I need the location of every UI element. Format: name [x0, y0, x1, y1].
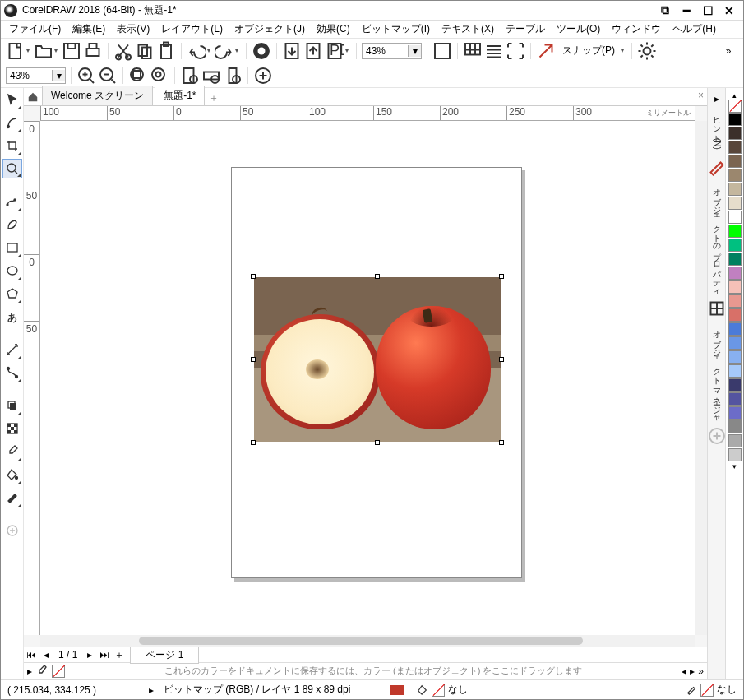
- status-color-icon[interactable]: [387, 680, 407, 700]
- selection-handle[interactable]: [499, 274, 504, 279]
- zoom-height-button[interactable]: [223, 66, 243, 86]
- launch-button[interactable]: [536, 41, 556, 61]
- palette-scroll-left[interactable]: ◂: [682, 665, 686, 677]
- snap-button[interactable]: スナップ(P): [557, 41, 620, 61]
- add-tab-button[interactable]: ＋: [206, 90, 221, 105]
- color-swatch[interactable]: [728, 406, 742, 420]
- ellipse-tool[interactable]: [2, 261, 22, 280]
- docker-prop-icon[interactable]: [707, 156, 727, 176]
- add-button[interactable]: [253, 66, 273, 86]
- text-tool[interactable]: あ: [2, 307, 22, 327]
- selection-handle[interactable]: [251, 440, 256, 445]
- publish-pdf-button[interactable]: PDF: [325, 41, 344, 61]
- zoom-dropdown[interactable]: ▾: [408, 45, 421, 57]
- baseline-grid-button[interactable]: [484, 41, 504, 61]
- zoom-page-button[interactable]: [180, 66, 200, 86]
- palette-up-icon[interactable]: ▴: [732, 91, 737, 100]
- ruler-vertical[interactable]: 050050: [24, 121, 40, 635]
- crop-tool[interactable]: [2, 136, 22, 155]
- close-button[interactable]: ✕: [719, 2, 740, 19]
- color-swatch[interactable]: [728, 280, 742, 294]
- dropshadow-tool[interactable]: [2, 396, 22, 415]
- cut-button[interactable]: [113, 41, 133, 61]
- zoom2-combo[interactable]: ▾: [6, 67, 66, 84]
- color-swatch[interactable]: [728, 420, 742, 433]
- ruler-horizontal[interactable]: 10050050100150200250300: [40, 106, 695, 121]
- zoom-tool[interactable]: [2, 159, 22, 178]
- color-swatch[interactable]: [728, 225, 742, 238]
- docker-expand-icon[interactable]: ▸: [714, 93, 719, 104]
- palette-eyedropper-icon[interactable]: [35, 665, 49, 678]
- copy-button[interactable]: [135, 41, 155, 61]
- shape-tool[interactable]: [2, 113, 22, 132]
- export-button[interactable]: [303, 41, 323, 61]
- palette-scroll-right[interactable]: ▸: [690, 665, 695, 677]
- docker-hints[interactable]: ヒント(N): [709, 108, 724, 153]
- status-fill[interactable]: なし: [417, 683, 468, 697]
- zoom-input[interactable]: [363, 45, 408, 57]
- zoom-selection-button[interactable]: [128, 66, 148, 86]
- color-swatch[interactable]: [728, 434, 742, 447]
- selection-handle[interactable]: [375, 274, 380, 279]
- selection-handle[interactable]: [499, 357, 504, 362]
- selection-handle[interactable]: [499, 440, 504, 445]
- minimize-button[interactable]: ━: [676, 2, 697, 19]
- undo-button[interactable]: [187, 41, 206, 61]
- color-swatch[interactable]: [728, 197, 742, 210]
- rectangle-tool[interactable]: [2, 238, 22, 257]
- docker-align-icon[interactable]: [707, 299, 727, 318]
- welcome-tab[interactable]: Welcome スクリーン: [42, 86, 153, 105]
- selection-handle[interactable]: [375, 440, 380, 445]
- menu-layout[interactable]: レイアウト(L): [156, 21, 228, 38]
- menu-help[interactable]: ヘルプ(H): [668, 21, 721, 38]
- color-swatch[interactable]: [728, 364, 742, 378]
- overflow-icon[interactable]: ⧉: [654, 2, 676, 19]
- selection-handle[interactable]: [251, 357, 256, 362]
- fullscreen-button[interactable]: [432, 41, 452, 61]
- color-swatch[interactable]: [728, 169, 742, 182]
- status-outline[interactable]: なし: [686, 683, 737, 697]
- menu-effect[interactable]: 効果(C): [312, 21, 355, 38]
- outline-tool[interactable]: [2, 488, 22, 508]
- transparency-tool[interactable]: [2, 419, 22, 438]
- color-swatch[interactable]: [728, 448, 742, 461]
- palette-none-swatch[interactable]: [728, 100, 742, 113]
- document-tab[interactable]: 無題-1*: [155, 86, 205, 105]
- new-button[interactable]: [6, 41, 25, 61]
- zoom-all-button[interactable]: [150, 66, 169, 86]
- color-swatch[interactable]: [728, 127, 742, 140]
- color-swatch[interactable]: [728, 253, 742, 266]
- color-swatch[interactable]: [728, 336, 742, 350]
- tabs-close-icon[interactable]: ×: [698, 90, 704, 101]
- grid-button[interactable]: [463, 41, 483, 61]
- bitmap-object[interactable]: [254, 277, 501, 442]
- menu-file[interactable]: ファイル(F): [4, 21, 66, 38]
- docker-properties[interactable]: オブジェクトのプロパティ: [709, 179, 724, 295]
- menu-table[interactable]: テーブル: [501, 21, 550, 38]
- color-swatch[interactable]: [728, 239, 742, 252]
- zoom2-input[interactable]: [7, 70, 52, 81]
- color-swatch[interactable]: [728, 322, 742, 336]
- eyedropper-tool[interactable]: [2, 442, 22, 461]
- zoom-out-button[interactable]: [98, 66, 118, 86]
- print-button[interactable]: [83, 41, 103, 61]
- menu-text[interactable]: テキスト(X): [437, 21, 499, 38]
- paste-button[interactable]: [156, 41, 176, 61]
- zoom-in-button[interactable]: [76, 66, 96, 86]
- menu-window[interactable]: ウィンドウ: [607, 21, 666, 38]
- docker-object-manager[interactable]: オブジェクト マネージャ: [709, 322, 724, 423]
- docker-add-icon[interactable]: [707, 426, 727, 446]
- home-tab-icon[interactable]: [24, 89, 42, 105]
- options-button[interactable]: [637, 41, 657, 61]
- page-tab[interactable]: ページ 1: [130, 647, 199, 664]
- palette-down-icon[interactable]: ▾: [732, 462, 737, 471]
- add-tool-button[interactable]: [2, 521, 22, 540]
- artistic-media-tool[interactable]: [2, 215, 22, 234]
- palette-menu-icon[interactable]: ▸: [27, 665, 32, 677]
- color-swatch[interactable]: [728, 378, 742, 392]
- no-color-swatch[interactable]: [52, 665, 65, 678]
- freehand-tool[interactable]: [2, 192, 22, 211]
- save-button[interactable]: [62, 41, 81, 61]
- polygon-tool[interactable]: [2, 284, 22, 304]
- color-swatch[interactable]: [728, 267, 742, 280]
